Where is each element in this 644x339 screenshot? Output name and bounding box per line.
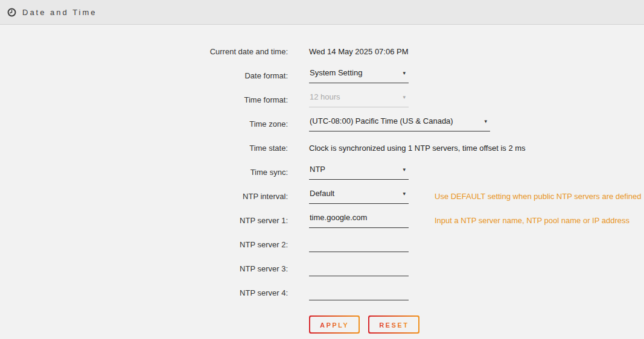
row-time-state: Time state: Clock is synchronized using … <box>0 136 644 160</box>
selected-value: System Setting <box>310 68 362 77</box>
row-ntp-interval: NTP interval: Default ▾ Use DEFAULT sett… <box>0 184 644 208</box>
field-label: Date format: <box>0 71 288 80</box>
chevron-down-icon: ▾ <box>403 166 406 173</box>
field-label: NTP server 2: <box>0 240 288 249</box>
field-label: Time zone: <box>0 119 288 128</box>
field-label: Time sync: <box>0 168 288 177</box>
date-format-select[interactable]: System Setting ▾ <box>309 68 409 83</box>
row-ntp-server-1: NTP server 1: Input a NTP server name, N… <box>0 208 644 232</box>
chevron-down-icon: ▾ <box>403 70 406 76</box>
row-ntp-server-4: NTP server 4: <box>0 280 644 305</box>
ntp-server-2-input[interactable] <box>309 237 409 252</box>
clock-icon <box>7 8 16 17</box>
reset-button[interactable]: RESET <box>368 315 419 334</box>
time-format-select: 12 hours ▾ <box>309 92 409 107</box>
row-ntp-server-2: NTP server 2: <box>0 232 644 256</box>
field-label: Time state: <box>0 144 288 153</box>
apply-button-label: APPLY <box>320 322 349 329</box>
reset-button-label: RESET <box>379 322 409 329</box>
apply-button[interactable]: APPLY <box>309 315 360 334</box>
field-label: NTP server 1: <box>0 216 288 225</box>
selected-value: (UTC-08:00) Pacific Time (US & Canada) <box>310 116 453 125</box>
chevron-down-icon: ▾ <box>403 191 406 197</box>
selected-value: NTP <box>310 165 325 174</box>
time-zone-select[interactable]: (UTC-08:00) Pacific Time (US & Canada) ▾ <box>309 116 490 131</box>
row-time-sync: Time sync: NTP ▾ <box>0 160 644 184</box>
ntp-server-1-input[interactable] <box>309 213 409 228</box>
selected-value: 12 hours <box>310 92 340 101</box>
current-datetime-value: Wed 14 May 2025 07:06 PM <box>309 47 409 56</box>
date-time-form: Current date and time: Wed 14 May 2025 0… <box>0 25 644 334</box>
page-title: Date and Time <box>22 8 97 17</box>
form-actions: APPLY RESET <box>309 315 644 334</box>
ntp-interval-hint: Use DEFAULT setting when public NTP serv… <box>435 192 642 201</box>
selected-value: Default <box>310 189 334 198</box>
chevron-down-icon: ▾ <box>403 94 406 100</box>
ntp-server-4-input[interactable] <box>309 285 409 300</box>
row-ntp-server-3: NTP server 3: <box>0 256 644 280</box>
field-label: Current date and time: <box>0 47 288 56</box>
row-time-zone: Time zone: (UTC-08:00) Pacific Time (US … <box>0 112 644 136</box>
chevron-down-icon: ▾ <box>484 118 487 124</box>
time-state-value: Clock is synchronized using 1 NTP server… <box>309 144 526 153</box>
section-header: Date and Time <box>0 0 644 25</box>
field-label: NTP interval: <box>0 192 288 201</box>
field-label: Time format: <box>0 95 288 104</box>
row-time-format: Time format: 12 hours ▾ <box>0 87 644 112</box>
field-label: NTP server 4: <box>0 288 288 297</box>
ntp-server-1-hint: Input a NTP server name, NTP pool name o… <box>435 216 630 225</box>
ntp-server-3-input[interactable] <box>309 261 409 276</box>
row-current-datetime: Current date and time: Wed 14 May 2025 0… <box>0 39 644 63</box>
time-sync-select[interactable]: NTP ▾ <box>309 165 409 180</box>
ntp-interval-select[interactable]: Default ▾ <box>309 189 409 204</box>
field-label: NTP server 3: <box>0 264 288 273</box>
row-date-format: Date format: System Setting ▾ <box>0 63 644 87</box>
